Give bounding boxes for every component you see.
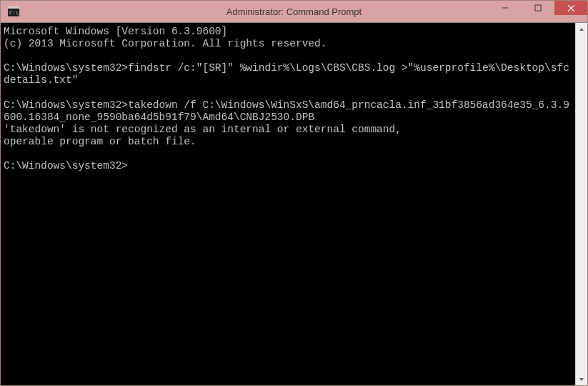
maximize-button[interactable] [522,1,554,15]
cmd-icon: C:\ [6,4,21,19]
svg-text:C:\: C:\ [9,10,19,16]
titlebar[interactable]: C:\ Administrator: Command Prompt [1,1,587,22]
scroll-track[interactable] [576,35,587,373]
scroll-down-button[interactable] [576,373,587,385]
scroll-up-button[interactable] [576,23,587,35]
svg-marker-8 [579,378,584,381]
svg-rect-1 [8,6,19,9]
window-title: Administrator: Command Prompt [226,6,362,17]
terminal-area: Microsoft Windows [Version 6.3.9600] (c)… [1,22,587,385]
svg-rect-4 [535,5,541,11]
terminal-output[interactable]: Microsoft Windows [Version 6.3.9600] (c)… [1,23,575,385]
window-controls [489,1,587,22]
vertical-scrollbar[interactable] [575,23,587,385]
minimize-button[interactable] [489,1,522,15]
close-button[interactable] [554,1,587,15]
command-prompt-window: C:\ Administrator: Command Prompt Micros… [0,0,588,386]
svg-marker-7 [579,28,584,31]
